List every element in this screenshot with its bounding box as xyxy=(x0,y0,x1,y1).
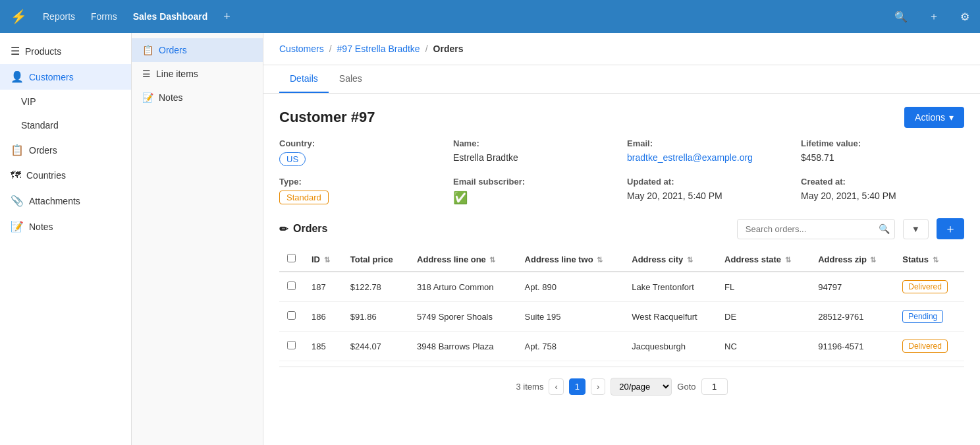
row-checkbox[interactable] xyxy=(287,282,296,290)
nav-sales-dashboard[interactable]: Sales Dashboard xyxy=(133,11,208,22)
col-state[interactable]: Address state ⇅ xyxy=(717,247,810,272)
name-value: Estrella Bradtke xyxy=(453,152,616,163)
notes-icon: 📝 xyxy=(11,220,24,233)
pagination-prev[interactable]: ‹ xyxy=(549,378,563,395)
detail-name: Name: Estrella Bradtke xyxy=(453,138,616,166)
col-city[interactable]: Address city ⇅ xyxy=(624,247,717,272)
orders-section: ✏ Orders 🔍 ▼ ＋ xyxy=(263,218,980,406)
sidebar-label-standard: Standard xyxy=(21,120,59,131)
row-checkbox[interactable] xyxy=(287,341,296,349)
products-icon: ☰ xyxy=(11,45,20,57)
sidebar-label-vip: VIP xyxy=(21,96,36,107)
sidebar-item-vip[interactable]: VIP xyxy=(0,90,131,113)
sidebar-item-attachments[interactable]: 📎 Attachments xyxy=(0,188,131,214)
pagination-total: 3 items xyxy=(516,382,543,392)
customers-icon: 👤 xyxy=(11,71,24,83)
email-value[interactable]: bradtke_estrella@example.org xyxy=(627,152,790,163)
cell-addr1: 3948 Barrows Plaza xyxy=(409,332,517,361)
row-checkbox-cell xyxy=(279,272,304,302)
sort-status-icon: ⇅ xyxy=(933,256,939,264)
nav-forms[interactable]: Forms xyxy=(91,11,117,22)
status-badge: Pending xyxy=(902,310,943,323)
sidebar-item-standard[interactable]: Standard xyxy=(0,113,131,137)
tab-details[interactable]: Details xyxy=(279,65,329,93)
sidebar-item-notes[interactable]: 📝 Notes xyxy=(0,214,131,239)
cell-city: Lake Trentonfort xyxy=(624,272,717,302)
sidebar-item-orders[interactable]: 📋 Orders xyxy=(0,137,131,163)
breadcrumb: Customers / #97 Estrella Bradtke / Order… xyxy=(263,33,980,65)
breadcrumb-sep1: / xyxy=(329,44,332,54)
lifetime-label: Lifetime value: xyxy=(801,138,964,148)
cell-id: 187 xyxy=(304,272,342,302)
orders-icon: 📋 xyxy=(11,144,24,156)
secondary-sidebar-notes[interactable]: 📝 Notes xyxy=(132,86,263,109)
sidebar-label-orders: Orders xyxy=(29,145,57,156)
col-zip[interactable]: Address zip ⇅ xyxy=(810,247,894,272)
actions-button[interactable]: Actions ▾ xyxy=(904,107,964,128)
sidebar-item-products[interactable]: ☰ Products xyxy=(0,38,131,64)
email-subscriber-label: Email subscriber: xyxy=(453,177,616,187)
orders-title: ✏ Orders xyxy=(279,223,327,235)
country-label: Country: xyxy=(279,138,443,148)
nav-reports[interactable]: Reports xyxy=(43,11,75,22)
search-icon[interactable]: 🔍 xyxy=(894,11,908,23)
logo-icon: ⚡ xyxy=(11,9,27,24)
search-icon[interactable]: 🔍 xyxy=(879,223,890,234)
sort-addr1-icon: ⇅ xyxy=(489,256,495,264)
secondary-sidebar-line-items[interactable]: ☰ Line items xyxy=(132,62,263,86)
per-page-select[interactable]: 20/page 50/page 100/page xyxy=(611,378,672,396)
created-label: Created at: xyxy=(801,177,964,187)
sidebar-item-customers[interactable]: 👤 Customers xyxy=(0,64,131,90)
sidebar-label-attachments: Attachments xyxy=(29,196,80,206)
nav-add-button[interactable]: + xyxy=(223,10,231,24)
sidebar-label-customers: Customers xyxy=(29,72,74,82)
col-addr2[interactable]: Address line two ⇅ xyxy=(517,247,624,272)
cell-addr1: 5749 Sporer Shoals xyxy=(409,302,517,332)
col-id[interactable]: ID ⇅ xyxy=(304,247,342,272)
pagination-next[interactable]: › xyxy=(591,378,605,395)
sort-id-icon: ⇅ xyxy=(324,256,330,264)
detail-email: Email: bradtke_estrella@example.org xyxy=(627,138,790,166)
col-status[interactable]: Status ⇅ xyxy=(894,247,964,272)
type-label: Type: xyxy=(279,177,443,187)
actions-label: Actions xyxy=(915,112,945,123)
status-badge: Delivered xyxy=(902,280,948,293)
gear-icon[interactable]: ⚙ xyxy=(960,11,969,23)
add-order-button[interactable]: ＋ xyxy=(937,218,964,239)
cell-id: 185 xyxy=(304,332,342,361)
countries-icon: 🗺 xyxy=(11,169,21,181)
goto-input[interactable] xyxy=(701,378,728,395)
cell-state: DE xyxy=(717,302,810,332)
email-label: Email: xyxy=(627,138,790,148)
table-row: 187 $122.78 318 Arturo Common Apt. 890 L… xyxy=(279,272,964,302)
cell-total: $91.86 xyxy=(342,302,409,332)
filter-button[interactable]: ▼ xyxy=(903,219,929,239)
email-subscriber-check-icon: ✅ xyxy=(453,191,468,204)
secondary-sidebar-orders[interactable]: 📋 Orders xyxy=(132,38,263,62)
pagination-page-1[interactable]: 1 xyxy=(569,378,585,395)
cell-zip: 28512-9761 xyxy=(810,302,894,332)
status-badge: Delivered xyxy=(902,340,948,353)
search-input[interactable] xyxy=(737,219,895,239)
cell-status: Delivered xyxy=(894,332,964,361)
cell-status: Delivered xyxy=(894,272,964,302)
col-total[interactable]: Total price xyxy=(342,247,409,272)
cell-zip: 91196-4571 xyxy=(810,332,894,361)
top-navigation: ⚡ Reports Forms Sales Dashboard + 🔍 ＋ ⚙ xyxy=(0,0,980,33)
updated-value: May 20, 2021, 5:40 PM xyxy=(627,191,790,201)
row-checkbox[interactable] xyxy=(287,311,296,320)
tab-sales[interactable]: Sales xyxy=(329,65,373,93)
breadcrumb-customer[interactable]: #97 Estrella Bradtke xyxy=(337,44,420,54)
cell-total: $244.07 xyxy=(342,332,409,361)
sidebar-item-countries[interactable]: 🗺 Countries xyxy=(0,163,131,188)
cell-status: Pending xyxy=(894,302,964,332)
search-wrap: 🔍 xyxy=(737,219,895,239)
col-addr1[interactable]: Address line one ⇅ xyxy=(409,247,517,272)
lifetime-value: $458.71 xyxy=(801,152,964,163)
detail-country: Country: US xyxy=(279,138,443,166)
cell-state: FL xyxy=(717,272,810,302)
breadcrumb-customers[interactable]: Customers xyxy=(279,44,324,54)
add-icon[interactable]: ＋ xyxy=(929,10,939,24)
select-all-checkbox[interactable] xyxy=(287,254,296,262)
secondary-orders-icon: 📋 xyxy=(142,45,153,55)
